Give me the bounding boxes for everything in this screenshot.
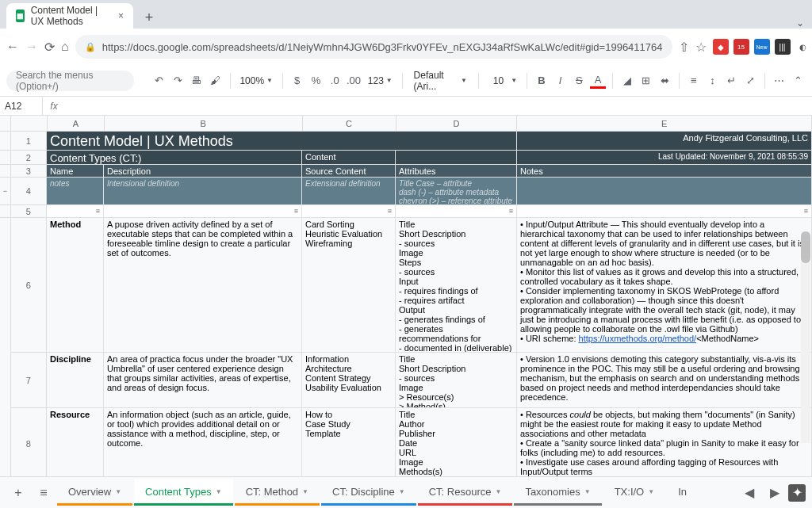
currency-icon[interactable]: $ (289, 71, 305, 90)
rotate-icon[interactable]: ⤢ (742, 71, 758, 90)
ext-icon[interactable]: ||| (775, 39, 791, 55)
wrap-icon[interactable]: ↵ (723, 71, 739, 90)
col-header-e[interactable]: E (517, 116, 812, 131)
col-header-c[interactable]: C (303, 116, 396, 131)
back-button[interactable]: ← (6, 36, 19, 58)
hdr-src[interactable]: Source Content (302, 165, 396, 178)
all-sheets-button[interactable]: ≡ (32, 481, 56, 505)
ext-icon[interactable]: 15 (733, 39, 749, 55)
font-select[interactable]: Default (Ari...▼ (409, 70, 472, 92)
sheet-tab-partial[interactable]: In (667, 479, 698, 507)
row-header[interactable]: 3 (11, 165, 47, 178)
row-header[interactable]: 6 (11, 218, 47, 353)
content-label[interactable]: Content (302, 151, 396, 165)
ct-src[interactable]: Card Sorting Heuristic Evaluation Wirefr… (302, 218, 396, 353)
filter-icon[interactable]: ≡ (509, 207, 513, 215)
hdr-attrs[interactable]: Attributes (396, 165, 517, 178)
add-sheet-button[interactable]: + (6, 481, 30, 505)
scroll-tabs-left[interactable]: ◀ (737, 481, 761, 505)
ct-desc[interactable]: An area of practica focus under the broa… (104, 353, 302, 408)
sheet-tab-ct-method[interactable]: CT: Method▼ (235, 479, 320, 507)
address-bar[interactable]: 🔒 https://docs.google.com/spreadsheets/d… (75, 35, 672, 59)
last-updated[interactable]: Last Updated: November 9, 2021 08:55:39 (517, 151, 812, 165)
borders-icon[interactable]: ⊞ (638, 71, 654, 90)
strike-icon[interactable]: S (571, 71, 587, 90)
hdr-desc[interactable]: Description (104, 165, 302, 178)
filter-icon[interactable]: ≡ (294, 207, 298, 215)
col-header-b[interactable]: B (105, 116, 303, 131)
scroll-tabs-right[interactable]: ▶ (763, 481, 787, 505)
hdr-notes[interactable]: Notes (517, 165, 812, 178)
more-icon[interactable]: ⋯ (772, 71, 787, 90)
forward-button[interactable]: → (25, 36, 38, 58)
decrease-decimal-icon[interactable]: .0 (327, 71, 343, 90)
zoom-select[interactable]: 100%▼ (236, 75, 276, 86)
hint-intensional[interactable]: Intensional definition (104, 178, 302, 205)
browser-tab[interactable]: ▦ Content Model | UX Methods × (6, 3, 133, 29)
more-formats[interactable]: 123▼ (365, 75, 396, 86)
percent-icon[interactable]: % (308, 71, 324, 90)
explore-button[interactable]: ✦ (788, 484, 806, 502)
sheet-title[interactable]: Content Model | UX Methods (47, 132, 517, 151)
h-align-icon[interactable]: ≡ (686, 71, 702, 90)
content-types-label[interactable]: Content Types (CT:) (47, 151, 302, 165)
filter-icon[interactable]: ≡ (388, 207, 392, 215)
undo-icon[interactable]: ↶ (151, 71, 167, 90)
outline-collapse[interactable]: − (3, 187, 7, 195)
hint-notes[interactable]: notes (47, 178, 104, 205)
row-header[interactable]: 4 (11, 178, 47, 205)
text-color-icon[interactable]: A (590, 73, 606, 89)
company-name[interactable]: Andy Fitzgerald Consulting, LLC (517, 132, 812, 151)
ct-name[interactable]: Resource (47, 408, 104, 476)
window-expand-icon[interactable]: ⌄ (788, 17, 812, 29)
sheet-tab-txio[interactable]: TX:I/O▼ (603, 479, 665, 507)
filter-icon[interactable]: ≡ (804, 207, 808, 215)
ct-desc[interactable]: An information object (such as an articl… (104, 408, 302, 476)
ct-notes[interactable]: • Version 1.0 envisions demoting this ca… (517, 353, 812, 408)
sheet-tab-overview[interactable]: Overview▼ (57, 479, 132, 507)
row-header[interactable]: 1 (11, 132, 47, 151)
sheet-tab-content-types[interactable]: Content Types▼ (134, 479, 233, 507)
share-icon[interactable]: ⇧ (679, 36, 689, 58)
ext-icon[interactable]: ◆ (713, 39, 729, 55)
merge-icon[interactable]: ⬌ (657, 71, 672, 90)
hint-attr-legend[interactable]: Title Case – attribute dash (-) – attrib… (396, 178, 517, 205)
reload-button[interactable]: ⟳ (44, 36, 55, 58)
name-box[interactable]: A12 (0, 97, 43, 115)
row-header[interactable]: 5 (11, 205, 47, 218)
new-tab-button[interactable]: + (138, 6, 160, 29)
ct-notes[interactable]: • Resources could be objects, but making… (517, 408, 812, 476)
row-header[interactable]: 8 (11, 408, 47, 476)
uri-link[interactable]: https://uxmethods.org/method/ (579, 334, 697, 343)
ct-name[interactable]: Discipline (47, 353, 104, 408)
bookmark-icon[interactable]: ☆ (695, 36, 707, 58)
ct-src[interactable]: Information Architecture Content Strateg… (302, 353, 396, 408)
collapse-toolbar-icon[interactable]: ⌃ (790, 71, 806, 90)
hint-extensional[interactable]: Extensional definition (302, 178, 396, 205)
print-icon[interactable]: 🖶 (189, 71, 205, 90)
hdr-name[interactable]: Name (47, 165, 104, 178)
col-header-d[interactable]: D (396, 116, 518, 131)
close-icon[interactable]: × (118, 10, 124, 21)
font-size[interactable]: 10▼ (485, 75, 520, 86)
filter-icon[interactable]: ≡ (96, 207, 100, 215)
ct-attrs[interactable]: Title Short Description - sources Image … (396, 218, 517, 353)
redo-icon[interactable]: ↷ (170, 71, 186, 90)
filter-cell[interactable]: ≡ (47, 205, 104, 218)
bold-icon[interactable]: B (534, 71, 550, 90)
row-header[interactable]: 2 (11, 151, 47, 165)
ct-src[interactable]: How to Case Study Template (302, 408, 396, 476)
ct-attrs[interactable]: Title Short Description - sources Image … (396, 353, 517, 408)
increase-decimal-icon[interactable]: .00 (346, 71, 362, 90)
ct-attrs[interactable]: Title Author Publisher Date URL Image Me… (396, 408, 517, 476)
vertical-scrollbar[interactable] (801, 231, 810, 443)
ct-name[interactable]: Method (47, 218, 104, 353)
sheet-tab-taxonomies[interactable]: Taxonomies▼ (514, 479, 601, 507)
ct-desc[interactable]: A pupose driven activity defined by a se… (104, 218, 302, 353)
paint-format-icon[interactable]: 🖌 (208, 71, 224, 90)
ext-icon[interactable]: New (754, 39, 770, 55)
ext-icon[interactable]: ◐ (795, 39, 811, 55)
menu-search[interactable]: Search the menus (Option+/) (6, 71, 134, 91)
col-header-a[interactable]: A (48, 116, 105, 131)
ct-notes[interactable]: • Input/Output Attribute — This should e… (517, 218, 812, 353)
